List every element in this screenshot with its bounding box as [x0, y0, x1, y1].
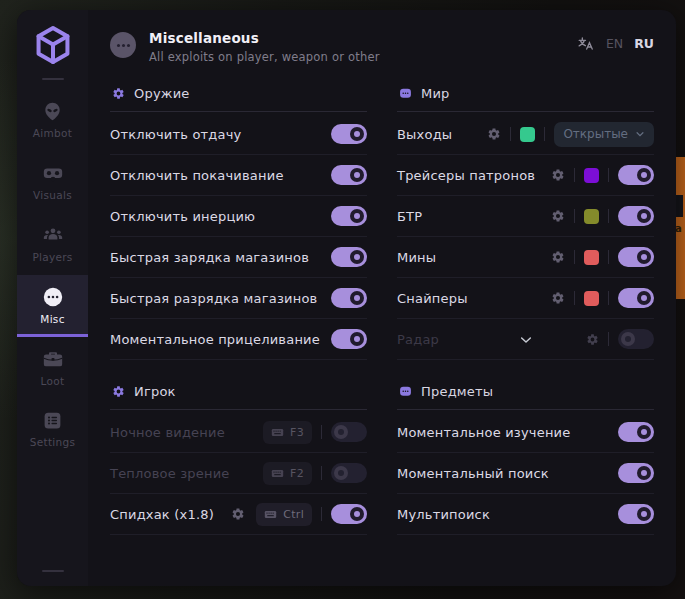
- color-swatch[interactable]: [584, 250, 599, 265]
- feature-label: Мины: [397, 250, 551, 265]
- separator: [608, 168, 609, 182]
- color-swatch[interactable]: [584, 209, 599, 224]
- feature-row-fast-reload: Быстрая зарядка магазинов: [110, 237, 367, 278]
- feature-label: БТР: [397, 209, 551, 224]
- toggle[interactable]: [618, 422, 654, 442]
- keybind-badge[interactable]: F3: [263, 421, 312, 444]
- toggle[interactable]: [618, 504, 654, 524]
- feature-row-mines: Мины: [397, 237, 654, 278]
- toggle[interactable]: [331, 124, 367, 144]
- gear-icon: [112, 385, 125, 398]
- separator: [608, 209, 609, 223]
- section-title: Мир: [421, 86, 450, 101]
- separator: [510, 127, 511, 141]
- sidebar-divider: [42, 570, 64, 572]
- toggle[interactable]: [618, 247, 654, 267]
- separator: [321, 425, 322, 439]
- sidebar-item-label: Players: [32, 251, 72, 263]
- sidebar-item-misc[interactable]: Misc: [17, 275, 88, 337]
- color-swatch[interactable]: [520, 127, 535, 142]
- vr-goggles-icon: [42, 162, 64, 184]
- gear-icon[interactable]: [231, 507, 245, 521]
- page-header: Miscellaneous All exploits on player, we…: [88, 10, 676, 68]
- exits-dropdown[interactable]: Открытые: [554, 122, 654, 147]
- feature-row-fast-unload: Быстрая разрядка магазинов: [110, 278, 367, 319]
- toggle[interactable]: [331, 422, 367, 442]
- toggle[interactable]: [331, 288, 367, 308]
- color-swatch[interactable]: [584, 291, 599, 306]
- feature-row-thermal-vision: Тепловое зрение F2: [110, 453, 367, 494]
- chat-ellipsis-icon: [399, 87, 412, 100]
- toggle[interactable]: [331, 247, 367, 267]
- keybind-label: F3: [290, 426, 304, 439]
- feature-row-no-sway: Отключить покачивание: [110, 155, 367, 196]
- toggle[interactable]: [331, 206, 367, 226]
- gear-icon[interactable]: [551, 291, 565, 305]
- lang-ru-button[interactable]: RU: [634, 36, 654, 51]
- feature-label: Быстрая разрядка магазинов: [110, 291, 331, 306]
- toggle[interactable]: [618, 329, 654, 349]
- gear-icon[interactable]: [551, 250, 565, 264]
- sidebar-item-label: Loot: [41, 375, 65, 387]
- feature-label: Отключить отдачу: [110, 127, 331, 142]
- chevron-down-icon[interactable]: [518, 332, 533, 347]
- separator: [574, 250, 575, 264]
- main-panel: Miscellaneous All exploits on player, we…: [88, 10, 676, 586]
- sidebar-item-players[interactable]: Players: [17, 213, 88, 275]
- color-swatch[interactable]: [584, 168, 599, 183]
- section-divider: [110, 409, 367, 410]
- section-header: Мир: [397, 82, 654, 111]
- feature-row-no-inertia: Отключить инерцию: [110, 196, 367, 237]
- toggle[interactable]: [618, 288, 654, 308]
- feature-label: Спидхак (x1.8): [110, 507, 231, 522]
- toggle[interactable]: [331, 463, 367, 483]
- sidebar-item-aimbot[interactable]: Aimbot: [17, 90, 88, 151]
- separator: [544, 127, 545, 141]
- toggle[interactable]: [331, 504, 367, 524]
- translate-icon[interactable]: [576, 34, 595, 53]
- sidebar-divider: [42, 78, 64, 80]
- separator: [321, 466, 322, 480]
- keybind-badge[interactable]: Ctrl: [256, 503, 312, 526]
- sidebar-item-settings[interactable]: Settings: [17, 399, 88, 460]
- separator: [321, 507, 322, 521]
- sidebar-item-label: Misc: [40, 313, 64, 325]
- feature-row-tracers: Трейсеры патронов: [397, 155, 654, 196]
- language-switcher: EN RU: [576, 34, 654, 53]
- feature-row-multi-search: Мультипоиск: [397, 494, 654, 535]
- section-player: Игрок Ночное видение F3 Тепловое зрение: [110, 380, 367, 535]
- cheat-menu-window: Aimbot Visuals Players Misc Loot: [17, 10, 676, 586]
- gear-icon[interactable]: [551, 209, 565, 223]
- toggle[interactable]: [618, 463, 654, 483]
- feature-row-instant-examine: Моментальное изучение: [397, 412, 654, 453]
- separator: [608, 291, 609, 305]
- feature-row-speedhack: Спидхак (x1.8) Ctrl: [110, 494, 367, 535]
- sidebar-item-visuals[interactable]: Visuals: [17, 151, 88, 213]
- feature-label: Ночное видение: [110, 425, 263, 440]
- list-settings-icon: [42, 410, 63, 431]
- gear-icon: [112, 87, 125, 100]
- keybind-badge[interactable]: F2: [263, 462, 312, 485]
- gear-icon[interactable]: [551, 168, 565, 182]
- feature-row-no-recoil: Отключить отдачу: [110, 114, 367, 155]
- content-grid: Оружие Отключить отдачу Отключить покачи…: [88, 68, 676, 535]
- toggle[interactable]: [618, 206, 654, 226]
- feature-label: Моментальное прицеливание: [110, 332, 331, 347]
- toggle[interactable]: [618, 165, 654, 185]
- section-title: Игрок: [134, 384, 176, 399]
- sidebar-item-label: Settings: [30, 436, 75, 448]
- feature-label: Снайперы: [397, 291, 551, 306]
- app-logo-icon: [32, 24, 74, 66]
- dropdown-value: Открытые: [563, 127, 628, 141]
- section-divider: [397, 111, 654, 112]
- feature-label: Выходы: [397, 127, 487, 142]
- lang-en-button[interactable]: EN: [606, 36, 623, 51]
- gear-icon[interactable]: [487, 127, 501, 141]
- gear-icon[interactable]: [586, 333, 599, 346]
- ellipsis-avatar-icon: [110, 32, 136, 58]
- page-subtitle: All exploits on player, weapon or other: [149, 50, 380, 64]
- toggle[interactable]: [331, 165, 367, 185]
- sidebar-item-label: Aimbot: [33, 127, 72, 139]
- toggle[interactable]: [331, 329, 367, 349]
- sidebar-item-loot[interactable]: Loot: [17, 337, 88, 399]
